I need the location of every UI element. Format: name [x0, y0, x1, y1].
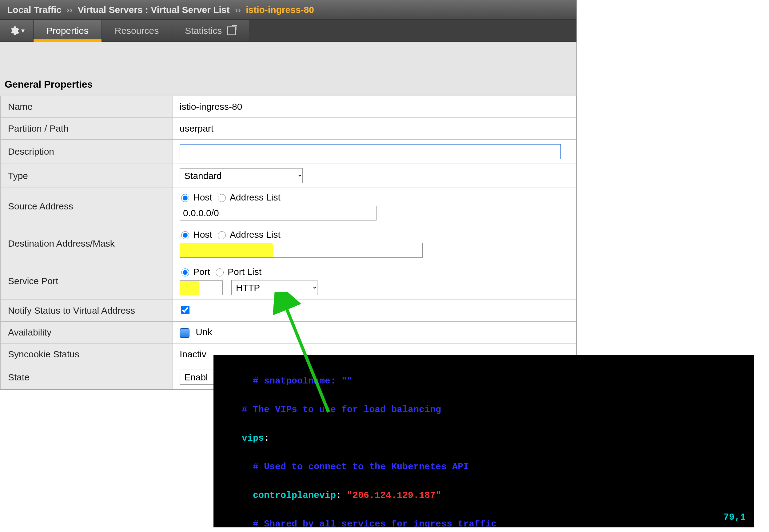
dest-list-radio[interactable]: [218, 231, 226, 239]
breadcrumb-section[interactable]: Virtual Servers : Virtual Server List: [78, 5, 229, 15]
row-label-type: Type: [1, 164, 173, 188]
type-select[interactable]: Standard: [180, 168, 303, 183]
row-label-name: Name: [1, 96, 173, 118]
source-address-input[interactable]: [180, 206, 377, 220]
term-line: # The VIPs to use for load balancing: [220, 403, 748, 417]
radio-label-host: Host: [193, 192, 212, 203]
description-input[interactable]: [180, 144, 561, 159]
radio-label-address-list: Address List: [230, 229, 281, 240]
breadcrumb-current: istio-ingress-80: [246, 5, 314, 15]
tab-resources[interactable]: Resources: [102, 20, 172, 42]
breadcrumb-sep-icon: ››: [64, 5, 75, 15]
row-label-availability: Availability: [1, 322, 173, 343]
term-line: # Used to connect to the Kubernetes API: [220, 460, 748, 474]
settings-menu-button[interactable]: ▾: [0, 20, 34, 42]
row-label-destination-address: Destination Address/Mask: [1, 225, 173, 262]
breadcrumb-root[interactable]: Local Traffic: [7, 5, 62, 15]
term-cursor-pos: 79,1: [723, 510, 746, 525]
radio-label-port-list: Port List: [228, 267, 261, 277]
properties-table: Name istio-ingress-80 Partition / Path u…: [0, 96, 576, 389]
gear-icon: [9, 26, 19, 36]
content-area: General Properties Name istio-ingress-80…: [0, 42, 576, 389]
availability-value: Unk: [196, 327, 212, 337]
breadcrumb: Local Traffic ›› Virtual Servers : Virtu…: [0, 0, 576, 20]
source-list-radio[interactable]: [218, 194, 226, 202]
partition-value: userpart: [180, 123, 213, 133]
terminal-overlay: # snatpoolname: "" # The VIPs to use for…: [213, 355, 754, 527]
radio-label-host: Host: [193, 229, 212, 240]
term-line: # Shared by all services for ingress tra…: [220, 517, 748, 528]
term-sep: :: [336, 490, 347, 501]
row-label-service-port: Service Port: [1, 262, 173, 300]
tab-label: Resources: [115, 26, 159, 36]
name-value: istio-ingress-80: [180, 101, 242, 112]
source-host-radio[interactable]: [181, 194, 189, 202]
radio-label-port: Port: [193, 267, 210, 277]
dropdown-caret-icon: ▾: [21, 27, 25, 35]
breadcrumb-sep-icon: ››: [232, 5, 243, 15]
config-panel: Local Traffic ›› Virtual Servers : Virtu…: [0, 0, 577, 390]
notify-checkbox[interactable]: [181, 306, 189, 314]
section-heading: General Properties: [0, 79, 576, 96]
term-colon: :: [264, 433, 269, 443]
dest-host-radio[interactable]: [181, 231, 189, 239]
portlist-radio[interactable]: [216, 268, 224, 276]
term-line: # snatpoolname: "": [220, 374, 748, 388]
row-label-notify: Notify Status to Virtual Address: [1, 300, 173, 322]
term-key: vips: [220, 433, 264, 443]
port-radio[interactable]: [181, 268, 189, 276]
status-dot-icon: [180, 328, 189, 338]
tab-label: Statistics: [185, 26, 222, 36]
service-protocol-select[interactable]: HTTP: [231, 280, 317, 295]
row-label-description: Description: [1, 140, 173, 164]
row-label-partition: Partition / Path: [1, 118, 173, 140]
tab-properties[interactable]: Properties: [34, 20, 102, 42]
tab-strip: ▾ Properties Resources Statistics: [0, 20, 576, 42]
popout-icon: [227, 26, 236, 35]
tab-statistics[interactable]: Statistics: [172, 20, 249, 42]
row-label-syncookie: Syncookie Status: [1, 343, 173, 365]
tab-label: Properties: [46, 26, 89, 36]
row-label-source-address: Source Address: [1, 188, 173, 225]
row-label-state: State: [1, 365, 173, 389]
term-key: controlplanevip: [220, 490, 336, 501]
radio-label-address-list: Address List: [230, 192, 281, 203]
term-val: "206.124.129.187": [347, 490, 441, 501]
syncookie-value: Inactiv: [180, 349, 206, 359]
